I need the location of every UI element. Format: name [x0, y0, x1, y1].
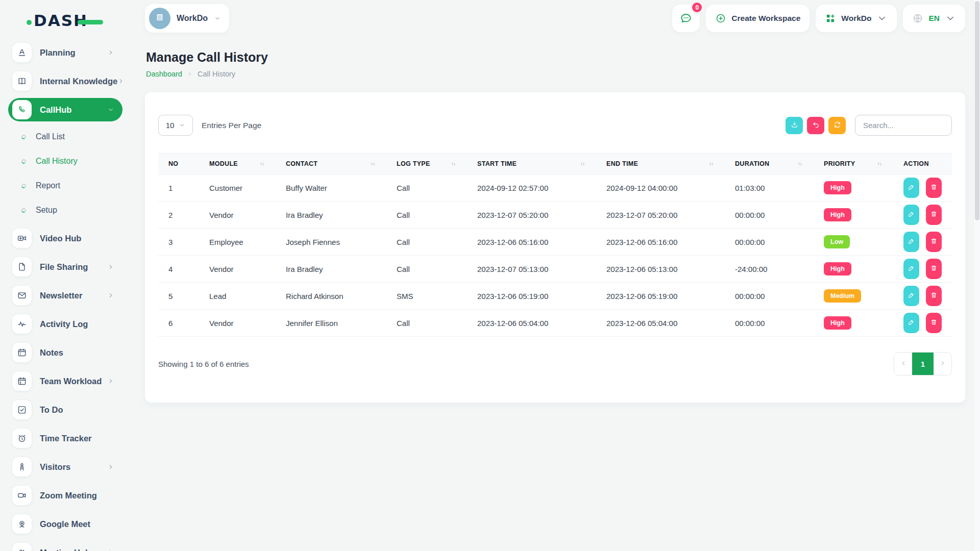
column-end-time[interactable]: END TIME — [596, 154, 725, 174]
export-button[interactable] — [786, 117, 803, 134]
workspace-switcher[interactable]: WorkDo — [145, 4, 229, 33]
create-workspace-button[interactable]: Create Workspace — [706, 5, 810, 32]
sort-icon — [259, 161, 265, 167]
sidebar-item-file-sharing[interactable]: File Sharing — [8, 255, 122, 279]
sidebar-item-newsletter[interactable]: Newsletter — [8, 284, 122, 307]
sidebar-item-team-workload[interactable]: Team Workload — [8, 369, 122, 393]
sidebar-item-label: Planning — [40, 48, 76, 58]
table-body: 1 Customer Buffy Walter Call 2024-09-12 … — [158, 174, 952, 337]
planning-icon — [12, 43, 32, 62]
entries-per-page-select[interactable]: 10 — [158, 115, 193, 136]
app-root: DASH Planning Internal Knowledge CallHub… — [0, 0, 980, 551]
grid-plus-icon — [825, 13, 836, 24]
messages-count-badge: 0 — [691, 1, 703, 14]
sidebar-subitem-call-list[interactable]: Call List — [8, 127, 132, 147]
file-icon — [12, 257, 32, 277]
cell-contact: Richard Atkinson — [276, 283, 386, 310]
edit-button[interactable] — [903, 259, 919, 279]
cell-contact: Ira Bradley — [276, 256, 386, 283]
sidebar-nav: Planning Internal Knowledge CallHub Call… — [8, 41, 132, 551]
building-icon — [153, 11, 166, 26]
language-selector[interactable]: EN — [903, 5, 965, 32]
delete-button[interactable] — [926, 286, 942, 306]
sidebar-item-zoom-meeting[interactable]: Zoom Meeting — [8, 484, 122, 507]
edit-button[interactable] — [903, 178, 919, 198]
sidebar-item-notes[interactable]: Notes — [8, 341, 122, 364]
sidebar-subitem-call-history[interactable]: Call History — [8, 151, 132, 171]
bullet-icon — [21, 183, 27, 189]
video-icon — [12, 486, 32, 505]
table-row: 3 Employee Joseph Fiennes Call 2023-12-0… — [158, 229, 952, 256]
messages-button[interactable]: 0 — [672, 5, 700, 32]
sidebar-item-label: Zoom Meeting — [40, 491, 97, 500]
sidebar-item-meeting-hub[interactable]: Meeting Hub — [8, 541, 122, 551]
sidebar-item-internal-knowledge[interactable]: Internal Knowledge — [8, 69, 122, 93]
cell-end-time: 2023-12-06 05:19:00 — [596, 283, 725, 310]
table-header-row: NO MODULE CONTACT LOG TYPE START TIME EN… — [158, 154, 952, 174]
delete-button[interactable] — [926, 205, 942, 225]
reset-button[interactable] — [807, 117, 824, 134]
sidebar-item-label: Internal Knowledge — [40, 77, 117, 86]
sidebar-submenu: Call List Call History Report Setup — [8, 127, 132, 220]
column-action: ACTION — [893, 154, 952, 174]
edit-button[interactable] — [903, 232, 919, 252]
sidebar-subitem-setup[interactable]: Setup — [8, 200, 132, 220]
sidebar-item-activity-log[interactable]: Activity Log — [8, 312, 122, 336]
delete-button[interactable] — [926, 232, 942, 252]
priority-badge: High — [824, 181, 851, 194]
sidebar-subitem-label: Call History — [36, 157, 78, 166]
sidebar-item-google-meet[interactable]: Google Meet — [8, 512, 122, 536]
entries-per-page-value: 10 — [166, 121, 175, 130]
table-row: 1 Customer Buffy Walter Call 2024-09-12 … — [158, 174, 952, 202]
edit-button[interactable] — [903, 205, 919, 225]
column-priority[interactable]: PRIORITY — [814, 154, 893, 174]
priority-badge: High — [824, 316, 851, 330]
pagination-page-1[interactable]: 1 — [912, 353, 934, 375]
column-start-time[interactable]: START TIME — [467, 154, 596, 174]
cell-contact: Buffy Walter — [276, 174, 386, 202]
column-module[interactable]: MODULE — [199, 154, 276, 174]
breadcrumb-dashboard[interactable]: Dashboard — [146, 70, 182, 78]
pagination-prev[interactable] — [894, 353, 912, 375]
cell-module: Vendor — [199, 256, 276, 283]
create-workspace-label: Create Workspace — [731, 14, 800, 23]
edit-button[interactable] — [903, 313, 919, 333]
sidebar-item-visitors[interactable]: Visitors — [8, 455, 122, 479]
column-duration[interactable]: DURATION — [725, 154, 814, 174]
cell-log-type: Call — [386, 202, 467, 229]
delete-button[interactable] — [926, 178, 942, 198]
search-input[interactable] — [855, 115, 952, 136]
scrollbar-thumb[interactable] — [975, 1, 979, 220]
sidebar-subitem-report[interactable]: Report — [8, 176, 132, 196]
sidebar-item-time-tracker[interactable]: Time Tracker — [8, 427, 122, 450]
sidebar-item-label: Google Meet — [40, 519, 90, 529]
sidebar-item-to-do[interactable]: To Do — [8, 398, 122, 421]
delete-button[interactable] — [926, 313, 942, 333]
sidebar-item-video-hub[interactable]: Video Hub — [8, 227, 122, 250]
delete-button[interactable] — [926, 259, 942, 279]
cell-end-time: 2023-12-06 05:13:00 — [596, 256, 725, 283]
column-contact[interactable]: CONTACT — [276, 154, 386, 174]
workdo-menu-button[interactable]: WorkDo — [816, 5, 897, 32]
cell-contact: Joseph Fiennes — [276, 229, 386, 256]
sidebar: DASH Planning Internal Knowledge CallHub… — [0, 0, 132, 551]
pagination: 1 — [894, 352, 952, 375]
cell-end-time: 2023-12-06 05:04:00 — [596, 310, 725, 337]
bullet-icon — [21, 158, 27, 164]
refresh-button[interactable] — [828, 117, 846, 134]
app-logo[interactable]: DASH — [8, 10, 132, 33]
cell-module: Lead — [199, 283, 276, 310]
person-icon — [12, 457, 32, 477]
column-log-type[interactable]: LOG TYPE — [386, 154, 467, 174]
breadcrumb-separator-icon — [187, 71, 193, 77]
sidebar-item-callhub[interactable]: CallHub — [8, 98, 122, 121]
sidebar-item-planning[interactable]: Planning — [8, 41, 122, 64]
edit-button[interactable] — [903, 286, 919, 306]
pagination-next[interactable] — [934, 353, 951, 375]
cell-start-time: 2023-12-06 05:04:00 — [467, 310, 596, 337]
topbar-right: 0 Create Workspace WorkDo EN — [672, 5, 965, 32]
cell-end-time: 2023-12-06 05:16:00 — [596, 229, 725, 256]
breadcrumb-current: Call History — [198, 70, 235, 78]
pencil-icon — [908, 210, 915, 219]
scrollbar[interactable] — [973, 0, 980, 551]
